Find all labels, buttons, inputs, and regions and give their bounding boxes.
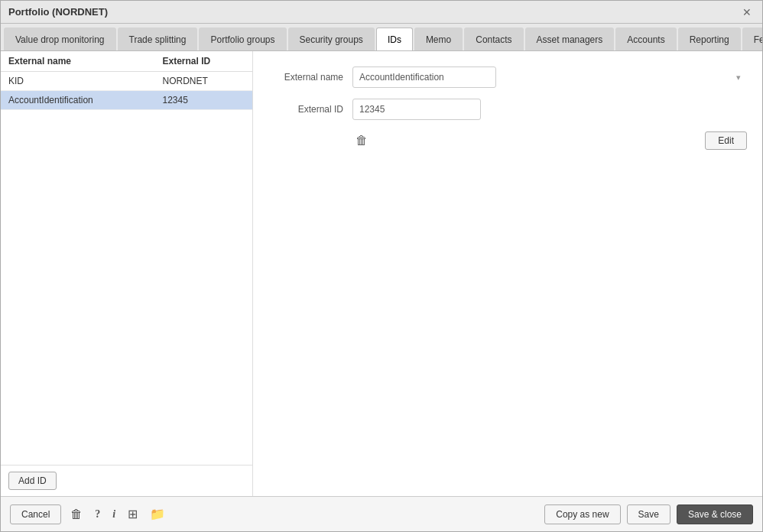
external-name-input[interactable] bbox=[352, 66, 496, 88]
left-panel: External name External ID KID NORDNET Ac… bbox=[1, 51, 253, 496]
right-panel: External name ▾ External ID 🗑 Edit bbox=[253, 51, 762, 496]
tab-security-groups[interactable]: Security groups bbox=[288, 28, 375, 50]
external-id-row: External ID bbox=[268, 99, 747, 120]
form-actions: 🗑 Edit bbox=[268, 131, 747, 151]
external-id-input[interactable] bbox=[352, 99, 481, 120]
dropdown-arrow-icon: ▾ bbox=[736, 73, 741, 83]
id-table: External name External ID KID NORDNET Ac… bbox=[1, 51, 252, 465]
help-icon-button[interactable]: ? bbox=[92, 507, 103, 522]
content-area: External name External ID KID NORDNET Ac… bbox=[1, 51, 762, 496]
col-external-name: External name bbox=[1, 51, 155, 72]
tab-asset-managers[interactable]: Asset managers bbox=[525, 28, 615, 50]
chart-icon-button[interactable]: ⊞ bbox=[125, 505, 141, 523]
delete-button[interactable]: 🗑 bbox=[352, 131, 371, 151]
tab-accounts[interactable]: Accounts bbox=[615, 28, 676, 50]
footer-bar: Cancel 🗑 ? i ⊞ 📁 Copy as new Save Save &… bbox=[1, 496, 762, 531]
footer-right: Copy as new Save Save & close bbox=[544, 504, 753, 524]
save-close-button[interactable]: Save & close bbox=[677, 504, 753, 524]
table-row[interactable]: AccountIdentification 12345 bbox=[1, 91, 252, 110]
trash-icon-button[interactable]: 🗑 bbox=[67, 506, 86, 523]
external-name-row: External name ▾ bbox=[268, 66, 747, 88]
main-window: Portfolio (NORDNET) ✕ Value drop monitor… bbox=[0, 0, 763, 532]
tab-reporting[interactable]: Reporting bbox=[678, 28, 741, 50]
tab-portfolio-groups[interactable]: Portfolio groups bbox=[199, 28, 286, 50]
tabs-bar: Value drop monitoring Trade splitting Po… bbox=[1, 24, 762, 51]
save-button[interactable]: Save bbox=[627, 504, 670, 524]
col-external-id: External ID bbox=[155, 51, 252, 72]
tab-contacts[interactable]: Contacts bbox=[464, 28, 523, 50]
footer-left: Cancel 🗑 ? i ⊞ 📁 bbox=[10, 504, 168, 524]
close-window-button[interactable]: ✕ bbox=[739, 6, 755, 18]
external-id-input-wrapper bbox=[352, 99, 747, 120]
tab-value-drop[interactable]: Value drop monitoring bbox=[4, 28, 116, 50]
row-external-name: KID bbox=[1, 72, 155, 91]
info-icon-button[interactable]: i bbox=[109, 507, 119, 522]
add-id-row: Add ID bbox=[1, 465, 252, 496]
external-id-label: External ID bbox=[268, 104, 352, 115]
copy-as-new-button[interactable]: Copy as new bbox=[544, 504, 620, 524]
row-external-id: 12345 bbox=[155, 91, 252, 110]
add-id-button[interactable]: Add ID bbox=[8, 472, 57, 490]
window-title: Portfolio (NORDNET) bbox=[8, 6, 108, 18]
external-name-label: External name bbox=[268, 72, 352, 83]
title-bar: Portfolio (NORDNET) ✕ bbox=[1, 1, 762, 24]
external-name-input-wrapper: ▾ bbox=[352, 66, 747, 88]
tab-fees[interactable]: Fees bbox=[742, 28, 763, 50]
tab-memo[interactable]: Memo bbox=[414, 28, 463, 50]
tab-ids[interactable]: IDs bbox=[376, 28, 413, 50]
table-row[interactable]: KID NORDNET bbox=[1, 72, 252, 91]
tab-trade-splitting[interactable]: Trade splitting bbox=[118, 28, 198, 50]
edit-button[interactable]: Edit bbox=[705, 131, 747, 150]
cancel-button[interactable]: Cancel bbox=[10, 504, 61, 524]
row-external-id: NORDNET bbox=[155, 72, 252, 91]
folder-icon-button[interactable]: 📁 bbox=[147, 505, 168, 523]
row-external-name: AccountIdentification bbox=[1, 91, 155, 110]
